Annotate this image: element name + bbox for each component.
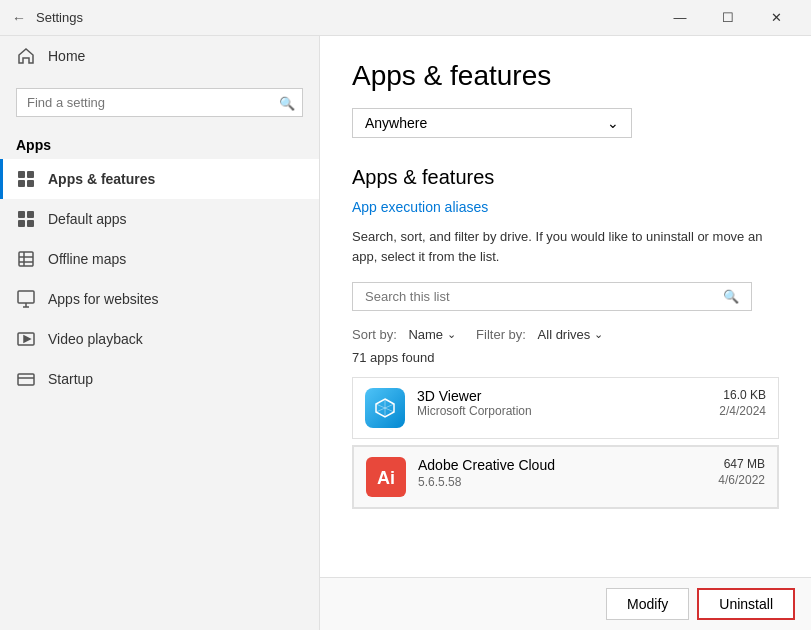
video-playback-icon bbox=[16, 329, 36, 349]
adobe-cc-meta: 647 MB 4/6/2022 bbox=[718, 457, 765, 487]
search-icon: 🔍 bbox=[723, 289, 739, 304]
sort-label: Sort by: bbox=[352, 327, 397, 342]
sidebar-item-offline-maps[interactable]: Offline maps bbox=[0, 239, 319, 279]
sort-value: Name bbox=[408, 327, 443, 342]
default-apps-icon bbox=[16, 209, 36, 229]
svg-rect-7 bbox=[27, 220, 34, 227]
svg-rect-4 bbox=[18, 211, 25, 218]
svg-rect-1 bbox=[27, 171, 34, 178]
close-button[interactable]: ✕ bbox=[753, 4, 799, 32]
adobe-cc-name: Adobe Creative Cloud bbox=[418, 457, 718, 473]
adobe-cc-version: 5.6.5.58 bbox=[418, 475, 718, 489]
apps-websites-label: Apps for websites bbox=[48, 291, 159, 307]
sidebar-item-video-playback[interactable]: Video playback bbox=[0, 319, 319, 359]
3d-viewer-date: 2/4/2024 bbox=[719, 404, 766, 418]
sidebar-section-label: Apps bbox=[0, 129, 319, 159]
adobe-cc-size: 647 MB bbox=[718, 457, 765, 471]
filter-value: All drives bbox=[538, 327, 591, 342]
svg-text:Ai: Ai bbox=[377, 468, 395, 488]
svg-marker-16 bbox=[24, 336, 30, 342]
svg-rect-12 bbox=[18, 291, 34, 303]
svg-rect-6 bbox=[18, 220, 25, 227]
3d-viewer-meta: 16.0 KB 2/4/2024 bbox=[719, 388, 766, 418]
app-execution-link[interactable]: App execution aliases bbox=[352, 199, 488, 215]
svg-rect-2 bbox=[18, 180, 25, 187]
offline-maps-label: Offline maps bbox=[48, 251, 126, 267]
3d-viewer-name: 3D Viewer bbox=[417, 388, 719, 404]
chevron-down-icon: ⌄ bbox=[607, 115, 619, 131]
action-bar: Modify Uninstall bbox=[320, 577, 811, 630]
description-text: Search, sort, and filter by drive. If yo… bbox=[352, 227, 779, 266]
uninstall-button[interactable]: Uninstall bbox=[697, 588, 795, 620]
search-icon-sidebar: 🔍 bbox=[279, 95, 295, 110]
title-bar: ← Settings — ☐ ✕ bbox=[0, 0, 811, 36]
offline-maps-icon bbox=[16, 249, 36, 269]
svg-rect-5 bbox=[27, 211, 34, 218]
home-label: Home bbox=[48, 48, 85, 64]
svg-rect-8 bbox=[19, 252, 33, 266]
sidebar-item-startup[interactable]: Startup bbox=[0, 359, 319, 399]
minimize-button[interactable]: — bbox=[657, 4, 703, 32]
3d-viewer-icon bbox=[365, 388, 405, 428]
app-item-adobe-cc[interactable]: Ai Adobe Creative Cloud 5.6.5.58 647 MB … bbox=[352, 445, 779, 509]
main-panel: Apps & features Anywhere ⌄ Apps & featur… bbox=[320, 36, 811, 577]
sidebar: Home 🔍 Apps Apps & features bbox=[0, 36, 320, 630]
app-search-input[interactable] bbox=[365, 289, 723, 304]
filter-label: Filter by: bbox=[476, 327, 526, 342]
3d-viewer-publisher: Microsoft Corporation bbox=[417, 404, 719, 418]
filter-chevron-icon: ⌄ bbox=[594, 328, 603, 341]
apps-features-icon bbox=[16, 169, 36, 189]
startup-label: Startup bbox=[48, 371, 93, 387]
page-title: Apps & features bbox=[352, 60, 779, 92]
adobe-cc-date: 4/6/2022 bbox=[718, 473, 765, 487]
sort-chevron-icon: ⌄ bbox=[447, 328, 456, 341]
svg-rect-17 bbox=[18, 374, 34, 385]
svg-rect-3 bbox=[27, 180, 34, 187]
sidebar-search-container: 🔍 bbox=[16, 88, 303, 117]
3d-viewer-size: 16.0 KB bbox=[719, 388, 766, 402]
home-icon bbox=[16, 46, 36, 66]
section-subtitle: Apps & features bbox=[352, 166, 779, 189]
apps-features-label: Apps & features bbox=[48, 171, 155, 187]
window-title: Settings bbox=[36, 10, 83, 25]
sidebar-item-default-apps[interactable]: Default apps bbox=[0, 199, 319, 239]
modify-button[interactable]: Modify bbox=[606, 588, 689, 620]
sidebar-item-apps-websites[interactable]: Apps for websites bbox=[0, 279, 319, 319]
adobe-cc-icon: Ai bbox=[366, 457, 406, 497]
sort-control[interactable]: Sort by: Name ⌄ bbox=[352, 327, 456, 342]
maximize-button[interactable]: ☐ bbox=[705, 4, 751, 32]
sidebar-item-home[interactable]: Home bbox=[0, 36, 319, 76]
default-apps-label: Default apps bbox=[48, 211, 127, 227]
filter-control[interactable]: Filter by: All drives ⌄ bbox=[476, 327, 603, 342]
svg-rect-0 bbox=[18, 171, 25, 178]
sort-filter-row: Sort by: Name ⌄ Filter by: All drives ⌄ bbox=[352, 327, 779, 342]
sidebar-item-apps-features[interactable]: Apps & features bbox=[0, 159, 319, 199]
startup-icon bbox=[16, 369, 36, 389]
back-icon[interactable]: ← bbox=[12, 10, 26, 26]
adobe-cc-info: Adobe Creative Cloud 5.6.5.58 bbox=[418, 457, 718, 489]
search-input[interactable] bbox=[16, 88, 303, 117]
apps-websites-icon bbox=[16, 289, 36, 309]
app-search-bar[interactable]: 🔍 bbox=[352, 282, 752, 311]
dropdown-value: Anywhere bbox=[365, 115, 427, 131]
app-item-3d-viewer[interactable]: 3D Viewer Microsoft Corporation 16.0 KB … bbox=[352, 377, 779, 439]
video-playback-label: Video playback bbox=[48, 331, 143, 347]
3d-viewer-info: 3D Viewer Microsoft Corporation bbox=[417, 388, 719, 418]
anywhere-dropdown[interactable]: Anywhere ⌄ bbox=[352, 108, 632, 138]
apps-found-count: 71 apps found bbox=[352, 350, 779, 365]
